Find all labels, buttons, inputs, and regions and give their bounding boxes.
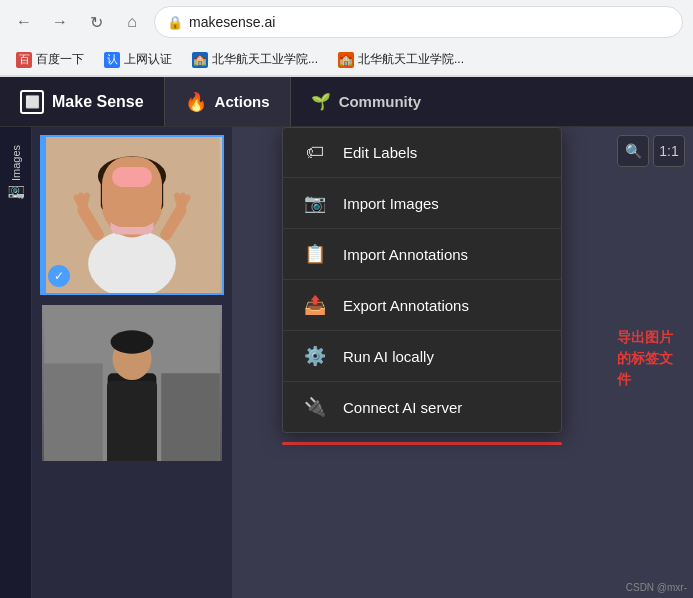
canvas-area: 🔍 1:1 🏷 Edit Labels 📷 Import Images 📋 Im…: [232, 127, 693, 598]
connect-ai-label: Connect AI server: [343, 399, 462, 416]
sidebar-tab-label: Images: [10, 145, 22, 181]
svg-rect-21: [108, 373, 157, 441]
annotation-line-2: [282, 442, 562, 445]
zoom-icon-button[interactable]: 🔍: [617, 135, 649, 167]
lock-icon: 🔒: [167, 15, 183, 30]
app-logo: ⬜ Make Sense: [0, 90, 164, 114]
forward-button[interactable]: →: [46, 8, 74, 36]
images-sidebar-icon: 📷: [8, 185, 24, 202]
edit-labels-label: Edit Labels: [343, 144, 417, 161]
app-container: ⬜ Make Sense 🔥 Actions 🌱 Community 📷 Ima…: [0, 77, 693, 598]
import-annotations-item[interactable]: 📋 Import Annotations: [283, 229, 561, 280]
app-nav: ⬜ Make Sense 🔥 Actions 🌱 Community: [0, 77, 693, 127]
home-button[interactable]: ⌂: [118, 8, 146, 36]
connect-ai-icon: 🔌: [303, 396, 327, 418]
ratio-label: 1:1: [659, 143, 678, 159]
svg-rect-6: [153, 176, 163, 210]
svg-rect-19: [44, 364, 103, 462]
left-sidebar: 📷 Images: [0, 127, 32, 598]
thumbnail-item-1[interactable]: ✓: [40, 135, 224, 295]
main-area: 📷 Images: [0, 127, 693, 598]
svg-point-8: [114, 196, 126, 206]
run-ai-label: Run AI locally: [343, 348, 434, 365]
auth-icon: 认: [104, 52, 120, 68]
bookmarks-bar: 百 百度一下 认 上网认证 🏫 北华航天工业学院... 🏫 北华航天工业学院..…: [0, 44, 693, 76]
import-images-label: Import Images: [343, 195, 439, 212]
svg-rect-5: [101, 176, 111, 210]
bookmark-baidu[interactable]: 百 百度一下: [10, 49, 90, 70]
svg-line-14: [83, 196, 87, 211]
actions-dropdown: 🏷 Edit Labels 📷 Import Images 📋 Import A…: [282, 127, 562, 433]
canvas-icons: 🔍 1:1: [617, 135, 685, 167]
community-label: Community: [339, 93, 422, 110]
cn-annotation: 导出图片 的标签文 件: [617, 327, 673, 390]
browser-toolbar: ← → ↻ ⌂ 🔒 makesense.ai: [0, 0, 693, 44]
connect-ai-item[interactable]: 🔌 Connect AI server: [283, 382, 561, 432]
selection-bar: [42, 137, 46, 293]
svg-line-17: [177, 196, 181, 211]
thumbnails-panel: ✓: [32, 127, 232, 598]
baidu-label: 百度一下: [36, 51, 84, 68]
export-annotations-icon: 📤: [303, 294, 327, 316]
check-badge: ✓: [48, 265, 70, 287]
thumbnail-item-2[interactable]: [40, 303, 224, 463]
actions-label: Actions: [215, 93, 270, 110]
import-annotations-label: Import Annotations: [343, 246, 468, 263]
run-ai-item[interactable]: ⚙️ Run AI locally: [283, 331, 561, 382]
edit-labels-icon: 🏷: [303, 142, 327, 163]
bookmark-uni1[interactable]: 🏫 北华航天工业学院...: [186, 49, 324, 70]
edit-labels-item[interactable]: 🏷 Edit Labels: [283, 128, 561, 178]
import-images-item[interactable]: 📷 Import Images: [283, 178, 561, 229]
watermark: CSDN @mxr-: [626, 582, 687, 593]
community-icon: 🌱: [311, 92, 331, 111]
ratio-button[interactable]: 1:1: [653, 135, 685, 167]
svg-rect-20: [161, 373, 220, 461]
sidebar-tab-images[interactable]: 📷 Images: [2, 137, 30, 210]
svg-point-23: [111, 330, 154, 353]
url-text: makesense.ai: [189, 14, 275, 30]
back-button[interactable]: ←: [10, 8, 38, 36]
community-menu-button[interactable]: 🌱 Community: [291, 77, 442, 126]
fire-icon: 🔥: [185, 91, 207, 113]
actions-menu-button[interactable]: 🔥 Actions: [164, 77, 291, 126]
svg-rect-27: [132, 456, 153, 461]
svg-rect-7: [111, 210, 154, 234]
uni2-icon: 🏫: [338, 52, 354, 68]
import-images-icon: 📷: [303, 192, 327, 214]
baidu-icon: 百: [16, 52, 32, 68]
refresh-button[interactable]: ↻: [82, 8, 110, 36]
bookmark-uni2[interactable]: 🏫 北华航天工业学院...: [332, 49, 470, 70]
auth-label: 上网认证: [124, 51, 172, 68]
uni1-icon: 🏫: [192, 52, 208, 68]
svg-rect-26: [111, 456, 132, 461]
export-annotations-item[interactable]: 📤 Export Annotations: [283, 280, 561, 331]
svg-point-9: [138, 196, 150, 206]
address-bar[interactable]: 🔒 makesense.ai: [154, 6, 683, 38]
thumbnail-image-2: [42, 305, 222, 461]
logo-label: Make Sense: [52, 93, 144, 111]
uni1-label: 北华航天工业学院...: [212, 51, 318, 68]
svg-rect-24: [113, 440, 131, 461]
bookmark-auth[interactable]: 认 上网认证: [98, 49, 178, 70]
thumbnail-image-1: [42, 137, 222, 293]
svg-rect-25: [134, 440, 152, 461]
run-ai-icon: ⚙️: [303, 345, 327, 367]
logo-icon: ⬜: [20, 90, 44, 114]
browser-chrome: ← → ↻ ⌂ 🔒 makesense.ai 百 百度一下 认 上网认证 🏫 北…: [0, 0, 693, 77]
uni2-label: 北华航天工业学院...: [358, 51, 464, 68]
svg-point-4: [98, 157, 166, 196]
import-annotations-icon: 📋: [303, 243, 327, 265]
export-annotations-label: Export Annotations: [343, 297, 469, 314]
svg-point-3: [101, 163, 163, 237]
